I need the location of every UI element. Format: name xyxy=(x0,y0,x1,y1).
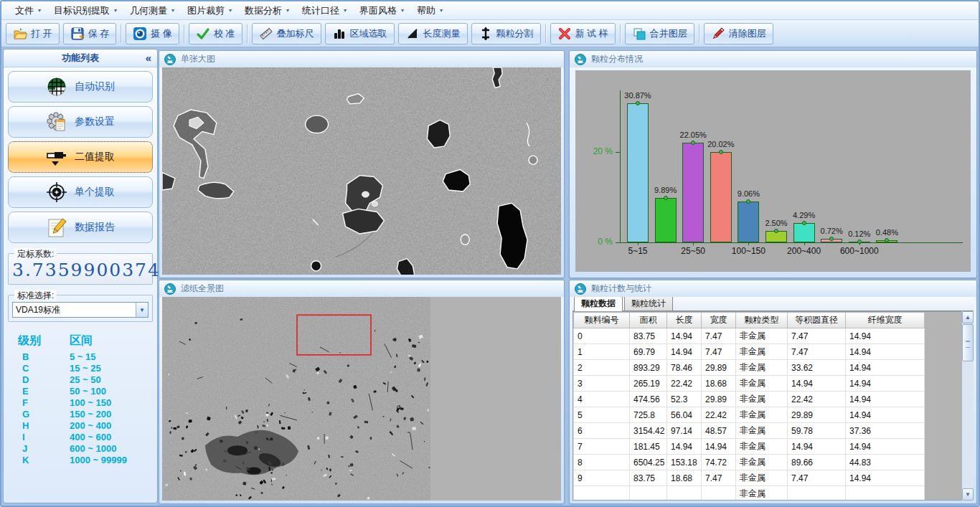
level-cell: E xyxy=(18,386,70,397)
calibrate-button[interactable]: 校 准 xyxy=(189,23,242,44)
panorama-view[interactable] xyxy=(162,297,561,501)
tab-particle-data[interactable]: 颗粒数据 xyxy=(574,297,623,311)
bar-marker xyxy=(719,150,723,154)
microscope-icon xyxy=(164,54,176,65)
range-cell: 150 ~ 200 xyxy=(70,409,111,420)
table-row[interactable]: 0 83.75 14.94 7.47 非金属 7.47 14.94 xyxy=(574,328,963,344)
parameter-settings-button[interactable]: 参数设置 xyxy=(8,106,153,138)
save-button[interactable]: 保 存 xyxy=(63,23,117,44)
table-row[interactable]: 非金属 xyxy=(574,486,963,501)
x-tick xyxy=(859,242,860,245)
cell-filler xyxy=(925,423,963,439)
open-button[interactable]: 打 开 xyxy=(6,23,60,44)
menu-item-label: 图片裁剪 xyxy=(187,4,225,17)
cell-length: 153.18 xyxy=(667,455,702,470)
table-row[interactable]: 8 6504.25 153.18 74.72 非金属 89.66 44.83 xyxy=(574,455,963,470)
camera-button-label: 摄 像 xyxy=(151,27,172,40)
menu-item[interactable]: 文件 ▾ xyxy=(9,2,47,19)
table-row[interactable]: 1 69.79 14.94 7.47 非金属 7.47 14.94 xyxy=(574,344,963,360)
clear-layers-button[interactable]: 清除图层 xyxy=(704,23,773,44)
overlay-ruler-button[interactable]: 叠加标尺 xyxy=(252,23,321,44)
save-button-label: 保 存 xyxy=(88,27,110,40)
bar-value-label: 30.87% xyxy=(616,91,659,100)
col-particle-id: 颗料编号 xyxy=(574,313,630,328)
new-sample-button[interactable]: 新 试 样 xyxy=(550,23,616,44)
merge-layers-button[interactable]: 合并图层 xyxy=(625,23,694,44)
x-tick-label: 600~1000 xyxy=(831,246,888,256)
binary-extract-icon xyxy=(46,146,67,168)
binary-extract-button[interactable]: 二值提取 xyxy=(8,141,153,173)
menu-item[interactable]: 目标识别提取 ▾ xyxy=(47,2,123,19)
parameter-settings-icon xyxy=(46,111,67,133)
chevron-down-icon[interactable]: ▼ xyxy=(136,303,148,317)
region-select-button[interactable]: 区域选取 xyxy=(325,23,395,44)
bar-value-label: 0.48% xyxy=(865,228,908,237)
toolbar-separator xyxy=(121,24,121,43)
tab-particle-statistics[interactable]: 颗粒统计 xyxy=(624,297,673,311)
chevron-down-icon: ▾ xyxy=(344,7,347,14)
camera-button[interactable]: 摄 像 xyxy=(126,23,179,44)
scrollbar-thumb[interactable] xyxy=(962,324,974,361)
scroll-up-icon[interactable]: ▲ xyxy=(962,311,974,323)
cell-equiv-circle-diameter: 22.42 xyxy=(788,392,846,407)
cell-particle-id: 6 xyxy=(574,423,630,439)
standard-select[interactable]: VDA19标准 ▼ xyxy=(12,302,149,318)
table-row[interactable]: 9 83.75 18.68 7.47 非金属 7.47 14.94 xyxy=(574,470,963,486)
scroll-down-icon[interactable]: ▼ xyxy=(962,488,974,501)
menu-item[interactable]: 数据分析 ▾ xyxy=(238,2,296,19)
table-row[interactable]: 4 474.56 52.3 29.89 非金属 22.42 14.94 xyxy=(574,392,963,407)
particle-split-icon xyxy=(479,27,493,41)
table-scrollbar[interactable]: ▲ ▼ xyxy=(961,311,974,501)
cell-area: 69.79 xyxy=(630,344,667,360)
auto-recognize-button[interactable]: 自动识别 xyxy=(8,71,153,103)
collapse-sidebar-icon[interactable]: « xyxy=(146,52,151,64)
table-row[interactable]: 5 725.8 56.04 22.42 非金属 29.89 14.94 xyxy=(574,407,963,423)
menu-item[interactable]: 几何测量 ▾ xyxy=(123,2,181,19)
panorama-panel-title: 滤纸全景图 xyxy=(181,283,224,295)
toolbar-separator xyxy=(699,24,699,43)
col-equiv-circle-diameter: 等积圆直径 xyxy=(788,313,846,328)
menu-item[interactable]: 界面风格 ▾ xyxy=(353,2,410,19)
cell-equiv-circle-diameter: 7.47 xyxy=(788,328,846,344)
bar-value-label: 9.89% xyxy=(644,186,687,194)
x-axis-line xyxy=(620,242,963,243)
single-extract-button[interactable]: 单个提取 xyxy=(8,176,153,208)
menu-item[interactable]: 帮助 ▾ xyxy=(410,2,449,19)
auto-recognize-icon xyxy=(46,76,67,98)
bar-marker xyxy=(636,101,640,105)
standard-group: 标准选择: VDA19标准 ▼ xyxy=(8,295,153,322)
camera-icon xyxy=(133,27,147,41)
cell-filler xyxy=(925,328,963,344)
cell-filler xyxy=(925,486,963,501)
toolbar: 打 开 保 存 摄 像 校 准 叠加标尺 区域选取 长度测量 xyxy=(1,20,979,47)
table-row[interactable]: 2 893.29 78.46 29.89 非金属 33.62 14.94 xyxy=(574,360,963,376)
cell-particle-id: 3 xyxy=(574,376,630,392)
menu-item[interactable]: 统计口径 ▾ xyxy=(296,2,353,19)
level-cell: J xyxy=(18,443,70,455)
cell-length: 14.94 xyxy=(667,439,702,455)
data-report-button[interactable]: 数据报告 xyxy=(8,212,153,243)
particle-split-button[interactable]: 颗粒分割 xyxy=(471,23,541,44)
range-cell: 50 ~ 100 xyxy=(70,386,106,397)
level-cell: H xyxy=(18,420,70,432)
level-range-row: G 150 ~ 200 xyxy=(18,409,157,420)
length-measure-button[interactable]: 长度测量 xyxy=(398,23,468,44)
save-icon xyxy=(70,27,85,41)
range-cell: 600 ~ 1000 xyxy=(70,443,116,455)
cell-particle-type: 非金属 xyxy=(736,344,788,360)
table-row[interactable]: 6 3154.42 97.14 48.57 非金属 59.78 37.36 xyxy=(574,423,963,439)
table-row[interactable]: 7 181.45 14.94 14.94 非金属 14.94 14.94 xyxy=(574,439,963,455)
cell-particle-type: 非金属 xyxy=(736,439,788,455)
new-sample-icon xyxy=(557,27,572,41)
merge-layers-button-label: 合并图层 xyxy=(650,27,687,40)
single-image-view[interactable] xyxy=(162,67,561,275)
cell-equiv-circle-diameter: 29.89 xyxy=(788,407,846,423)
table-row[interactable]: 3 265.19 22.42 18.68 非金属 14.94 14.94 xyxy=(574,376,963,392)
cell-particle-type: 非金属 xyxy=(736,486,788,501)
microscope-icon xyxy=(575,54,586,65)
menu-item[interactable]: 图片裁剪 ▾ xyxy=(181,2,238,19)
menu-item-label: 数据分析 xyxy=(245,4,282,17)
cell-particle-type: 非金属 xyxy=(736,392,788,407)
menu-item-label: 文件 xyxy=(15,4,34,17)
open-button-label: 打 开 xyxy=(31,27,52,40)
